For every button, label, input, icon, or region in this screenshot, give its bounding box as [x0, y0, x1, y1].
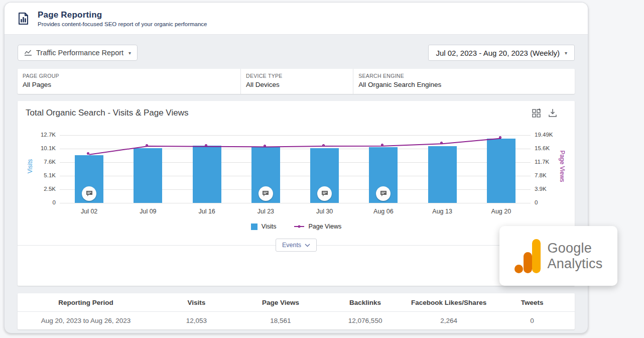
gridline	[60, 162, 531, 163]
visits-swatch-icon	[251, 223, 257, 230]
visits-value: 12,053	[154, 317, 239, 324]
page-views-marker-icon	[294, 226, 304, 227]
chevron-down-icon	[305, 244, 310, 247]
legend-page-views[interactable]: Page Views	[294, 223, 341, 230]
x-axis-label: Aug 06	[361, 208, 406, 215]
events-toggle-button[interactable]: Events	[276, 239, 317, 252]
legend-label: Page Views	[308, 223, 341, 230]
filter-value: All Organic Search Engines	[358, 81, 575, 88]
left-tick-label: 0	[53, 199, 56, 205]
chart-legend: Visits Page Views	[26, 223, 567, 230]
dashboard-add-icon[interactable]	[532, 108, 542, 118]
legend-visits[interactable]: Visits	[251, 223, 277, 230]
report-type-label: Traffic Performance Report	[36, 49, 123, 57]
page-report-icon	[15, 10, 32, 27]
x-axis-label: Jul 16	[184, 208, 229, 215]
caret-down-icon: ▾	[565, 50, 567, 56]
left-tick-label: 5.1K	[44, 172, 56, 178]
right-tick-label: 7.8K	[535, 172, 547, 178]
google-analytics-badge: Google Analytics	[499, 226, 617, 286]
legend-label: Visits	[262, 223, 277, 230]
dual-axis-chart: Visits 12.7K10.1K7.6K5.1K2.5K0 Jul 02Jul…	[26, 129, 567, 203]
gridline	[60, 203, 531, 203]
annotation-comment-icon[interactable]	[317, 186, 332, 201]
right-tick-label: 3.9K	[535, 186, 547, 192]
page-views-point[interactable]	[264, 145, 266, 147]
right-tick-label: 11.7K	[535, 159, 549, 165]
gridline	[60, 189, 531, 190]
gridline	[60, 135, 531, 136]
table-row: Aug 20, 2023 to Aug 26, 2023 12,053 18,5…	[18, 312, 575, 329]
x-axis-label: Aug 13	[420, 208, 465, 215]
filter-panel: PAGE GROUP All Pages DEVICE TYPE All Dev…	[18, 69, 575, 94]
page-views-line	[60, 129, 531, 203]
events-label: Events	[282, 242, 301, 249]
facebook-likes-value: 2,264	[408, 317, 489, 324]
right-tick-label: 0	[535, 199, 538, 205]
x-axis-label: Jul 02	[67, 208, 112, 215]
page-views-point[interactable]	[322, 144, 325, 147]
col-header: Backlinks	[322, 299, 408, 306]
col-header: Tweets	[489, 299, 575, 306]
annotation-comment-icon[interactable]	[82, 186, 96, 201]
visits-bar[interactable]	[428, 146, 457, 203]
download-icon[interactable]	[548, 108, 558, 118]
page-subtitle: Provides content-focused SEO report of y…	[38, 21, 207, 27]
gridline	[60, 176, 531, 176]
page-reporting-screen: Page Reporting Provides content-focused …	[0, 0, 644, 338]
report-header: Page Reporting Provides content-focused …	[5, 3, 588, 35]
col-header: Facebook Likes/Shares	[408, 299, 489, 306]
tweets-value: 0	[489, 317, 575, 324]
visits-bar[interactable]	[487, 139, 516, 203]
filter-label: DEVICE TYPE	[246, 73, 353, 79]
page-views-point[interactable]	[499, 136, 501, 139]
filter-value: All Pages	[23, 81, 240, 88]
right-axis-ticks: 19.49K15.6K11.7K7.8K3.9K0	[531, 129, 558, 203]
date-range-label: Jul 02, 2023 - Aug 20, 2023 (Weekly)	[436, 49, 560, 57]
page-views-point[interactable]	[205, 144, 207, 147]
page-views-value: 18,561	[239, 317, 323, 324]
line-chart-icon	[24, 49, 32, 56]
gridline	[60, 149, 531, 149]
annotation-comment-icon[interactable]	[259, 186, 273, 201]
x-axis-label: Jul 09	[125, 208, 171, 215]
left-axis-ticks: 12.7K10.1K7.6K5.1K2.5K0	[35, 129, 60, 203]
page-views-point[interactable]	[381, 144, 383, 146]
filter-value: All Devices	[246, 81, 353, 88]
page-views-point[interactable]	[87, 152, 89, 155]
x-axis-label: Jul 30	[302, 208, 347, 215]
caret-down-icon: ▾	[128, 50, 131, 56]
table-header-row: Reporting Period Visits Page Views Backl…	[18, 293, 575, 312]
events-strip: Events	[18, 239, 575, 252]
date-range-dropdown[interactable]: Jul 02, 2023 - Aug 20, 2023 (Weekly) ▾	[428, 45, 575, 61]
x-axis-label: Jul 23	[243, 208, 288, 215]
filter-page-group[interactable]: PAGE GROUP All Pages	[18, 69, 240, 94]
filter-label: PAGE GROUP	[23, 73, 240, 79]
filter-search-engine[interactable]: SEARCH ENGINE All Organic Search Engines	[353, 69, 575, 94]
backlinks-value: 12,076,550	[322, 317, 408, 324]
chart-card: Total Organic Search - Visits & Page Vie…	[18, 101, 575, 286]
col-header: Visits	[154, 299, 239, 306]
filter-device-type[interactable]: DEVICE TYPE All Devices	[240, 69, 353, 94]
google-analytics-logo-icon	[514, 239, 541, 273]
left-tick-label: 2.5K	[44, 186, 56, 192]
col-header: Reporting Period	[18, 299, 154, 306]
report-type-dropdown[interactable]: Traffic Performance Report ▾	[18, 45, 138, 61]
reporting-period-value: Aug 20, 2023 to Aug 26, 2023	[18, 317, 154, 324]
filter-label: SEARCH ENGINE	[358, 73, 575, 79]
right-tick-label: 19.49K	[535, 132, 553, 138]
left-tick-label: 7.6K	[44, 159, 56, 165]
page-views-point[interactable]	[440, 142, 443, 144]
summary-table: Reporting Period Visits Page Views Backl…	[18, 293, 575, 329]
right-axis-title: Page Views	[558, 129, 567, 203]
chart-plot: Jul 02Jul 09Jul 16Jul 23Jul 30Aug 06Aug …	[60, 129, 531, 203]
google-analytics-wordmark: Google Analytics	[548, 241, 603, 271]
visits-bar[interactable]	[134, 148, 162, 203]
page-title: Page Reporting	[38, 10, 207, 20]
x-axis-label: Aug 20	[478, 208, 524, 215]
chart-title: Total Organic Search - Visits & Page Vie…	[26, 108, 188, 118]
left-tick-label: 10.1K	[41, 145, 56, 151]
page-views-point[interactable]	[146, 144, 148, 147]
toolbar: Traffic Performance Report ▾ Jul 02, 202…	[18, 45, 575, 61]
visits-bar[interactable]	[193, 146, 221, 203]
